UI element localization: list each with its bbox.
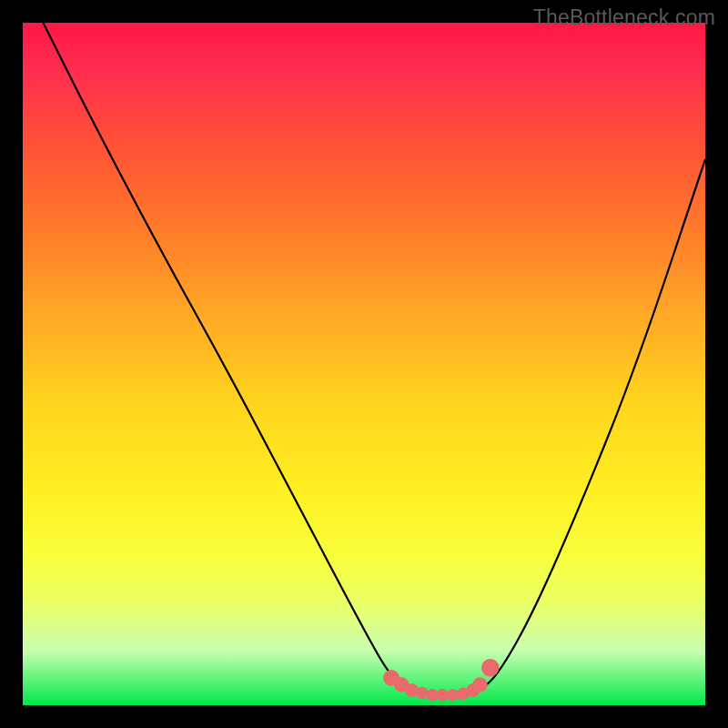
marker-right-curl-end [481, 659, 500, 677]
marker-bottom-a [416, 687, 429, 700]
chart-plot-area [23, 23, 705, 705]
watermark-text: TheBottleneck.com [533, 5, 715, 30]
chart-svg [23, 23, 705, 705]
marker-right-curl-b [472, 677, 488, 693]
bottleneck-curve [44, 23, 706, 695]
curve-markers [383, 659, 500, 702]
